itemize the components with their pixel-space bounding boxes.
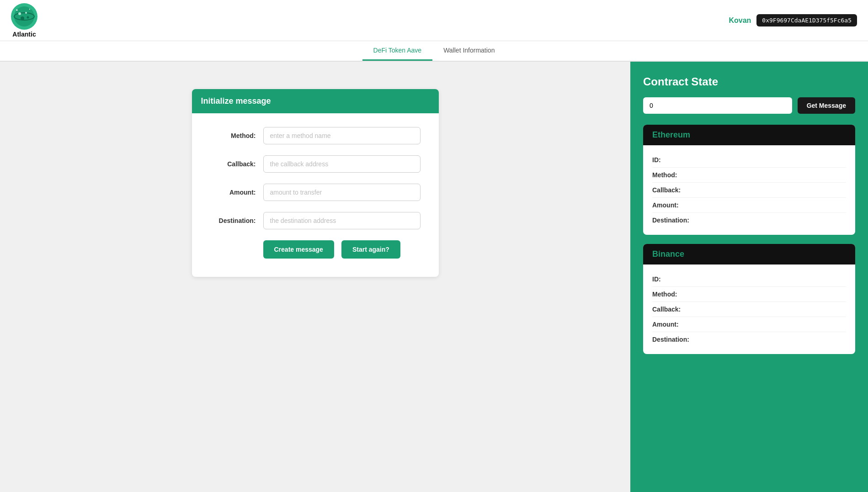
ethereum-block: Ethereum ID: Method: Callback: Amount: xyxy=(643,125,855,235)
binance-method-field: Method: xyxy=(652,287,846,302)
form-body: Method: Callback: Amount: Destination: C xyxy=(192,113,439,277)
svg-point-0 xyxy=(14,6,34,26)
ethereum-destination-label: Destination: xyxy=(652,217,698,224)
binance-amount-field: Amount: xyxy=(652,317,846,332)
svg-point-2 xyxy=(18,12,21,15)
binance-destination-field: Destination: xyxy=(652,332,846,347)
form-card-header: Initialize message xyxy=(192,89,439,113)
binance-amount-label: Amount: xyxy=(652,321,698,328)
ethereum-amount-field: Amount: xyxy=(652,198,846,213)
destination-row: Destination: xyxy=(210,212,421,229)
binance-method-label: Method: xyxy=(652,291,698,298)
binance-header: Binance xyxy=(643,244,855,265)
svg-point-3 xyxy=(25,12,27,14)
ethereum-id-field: ID: xyxy=(652,153,846,168)
ethereum-destination-field: Destination: xyxy=(652,213,846,227)
binance-callback-field: Callback: xyxy=(652,302,846,317)
ethereum-callback-field: Callback: xyxy=(652,183,846,198)
contract-state-title: Contract State xyxy=(643,75,855,88)
destination-input[interactable] xyxy=(263,212,421,229)
callback-row: Callback: xyxy=(210,155,421,173)
ethereum-method-field: Method: xyxy=(652,168,846,183)
amount-label: Amount: xyxy=(210,189,256,196)
ethereum-amount-label: Amount: xyxy=(652,201,698,209)
message-lookup: Get Message xyxy=(643,97,855,114)
ethereum-id-label: ID: xyxy=(652,156,698,164)
binance-block: Binance ID: Method: Callback: Amount: xyxy=(643,244,855,354)
binance-id-label: ID: xyxy=(652,275,698,283)
right-panel: Contract State Get Message Ethereum ID: … xyxy=(630,62,868,492)
amount-row: Amount: xyxy=(210,184,421,201)
method-row: Method: xyxy=(210,127,421,144)
method-label: Method: xyxy=(210,132,256,139)
ethereum-callback-label: Callback: xyxy=(652,186,698,194)
destination-label: Destination: xyxy=(210,217,256,224)
initialize-message-card: Initialize message Method: Callback: Amo… xyxy=(192,89,439,277)
ethereum-body: ID: Method: Callback: Amount: Destinatio… xyxy=(643,145,855,235)
form-actions: Create message Start again? xyxy=(210,240,421,259)
nav-tabs: DeFi Token Aave Wallet Information xyxy=(0,41,868,62)
callback-label: Callback: xyxy=(210,160,256,168)
start-again-button[interactable]: Start again? xyxy=(341,240,400,259)
tab-wallet-information[interactable]: Wallet Information xyxy=(432,41,506,61)
network-label: Kovan xyxy=(729,16,751,25)
wallet-address: 0x9F9697CdaAE1D375f5Fc6a5 xyxy=(756,14,857,26)
header-right: Kovan 0x9F9697CdaAE1D375f5Fc6a5 xyxy=(729,14,857,26)
svg-point-7 xyxy=(29,9,30,10)
svg-point-5 xyxy=(27,16,29,18)
binance-body: ID: Method: Callback: Amount: Destinatio… xyxy=(643,265,855,354)
method-input[interactable] xyxy=(263,127,421,144)
lookup-input[interactable] xyxy=(643,97,792,114)
header: Atlantic Kovan 0x9F9697CdaAE1D375f5Fc6a5 xyxy=(0,0,868,41)
ethereum-header: Ethereum xyxy=(643,125,855,145)
create-message-button[interactable]: Create message xyxy=(263,240,334,259)
amount-input[interactable] xyxy=(263,184,421,201)
callback-input[interactable] xyxy=(263,155,421,173)
tab-defi-token-aave[interactable]: DeFi Token Aave xyxy=(362,41,433,61)
left-panel: Initialize message Method: Callback: Amo… xyxy=(0,62,630,492)
binance-callback-label: Callback: xyxy=(652,306,698,313)
logo-label: Atlantic xyxy=(12,31,36,38)
svg-point-6 xyxy=(16,9,18,11)
logo-icon xyxy=(11,3,37,30)
binance-id-field: ID: xyxy=(652,272,846,287)
logo-area: Atlantic xyxy=(11,3,37,38)
svg-point-4 xyxy=(21,16,24,20)
ethereum-method-label: Method: xyxy=(652,171,698,179)
main-layout: Initialize message Method: Callback: Amo… xyxy=(0,62,868,492)
get-message-button[interactable]: Get Message xyxy=(798,97,855,114)
binance-destination-label: Destination: xyxy=(652,336,698,343)
